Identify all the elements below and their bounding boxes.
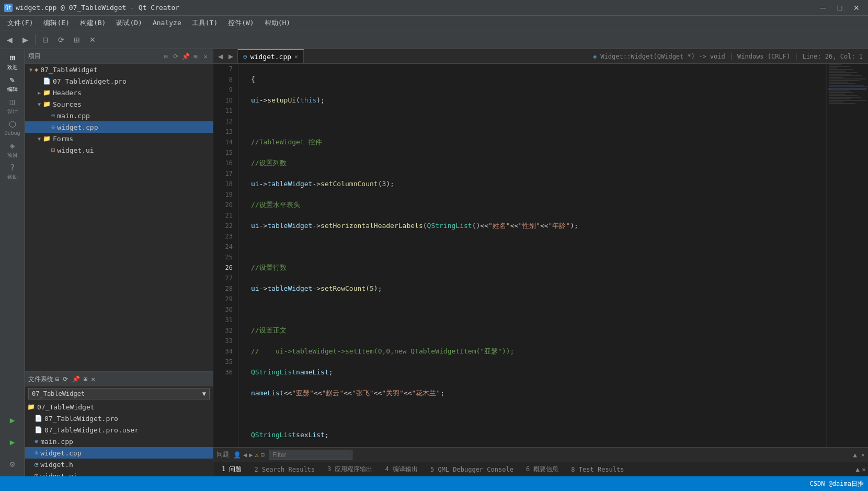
ln-25: 25 bbox=[215, 252, 236, 262]
menu-analyze[interactable]: Analyze bbox=[147, 17, 187, 29]
maximize-button[interactable]: □ bbox=[832, 3, 847, 13]
tb-nav-forward[interactable]: ▶ bbox=[18, 32, 32, 47]
tree-item-pro[interactable]: 📄 07_TableWidget.pro bbox=[25, 75, 213, 87]
mini-line bbox=[829, 72, 858, 73]
btab-compile[interactable]: 4 编译输出 bbox=[379, 463, 424, 476]
act-build-run[interactable]: ▶ bbox=[2, 431, 23, 452]
tree-item-headers[interactable]: ▶ 📁 Headers bbox=[25, 87, 213, 98]
tab-close-button[interactable]: ✕ bbox=[294, 53, 298, 60]
btab-problems[interactable]: 1 问题 bbox=[215, 463, 248, 476]
tree-item-widget-cpp[interactable]: ⊕ widget.cpp bbox=[25, 121, 213, 133]
settings-icon: ⚙ bbox=[10, 459, 15, 469]
welcome-icon: ⊞ bbox=[10, 53, 15, 63]
tree-item-project[interactable]: ▼ ◈ 07_TableWidget bbox=[25, 64, 213, 75]
tb-close[interactable]: ✕ bbox=[85, 32, 100, 47]
tb-nav-back[interactable]: ◀ bbox=[2, 32, 17, 47]
act-help[interactable]: ? 帮助 bbox=[2, 161, 23, 182]
tb-sync[interactable]: ⟳ bbox=[54, 32, 68, 47]
nav-forward-button[interactable]: ▶ bbox=[226, 52, 235, 61]
ln-14: 14 bbox=[215, 137, 236, 147]
minimize-button[interactable]: ─ bbox=[816, 3, 830, 13]
tb-split[interactable]: ⊞ bbox=[70, 32, 84, 47]
toolbar-separator bbox=[35, 35, 36, 45]
filter2-icon[interactable]: ⊟ bbox=[55, 375, 59, 383]
mini-line bbox=[829, 69, 853, 70]
body-area: ⊞ 欢迎 ✎ 编辑 ◫ 设计 ⬡ Debug ◈ 项目 ? 帮助 bbox=[0, 49, 868, 476]
nav-next-icon[interactable]: ▶ bbox=[249, 451, 253, 459]
fs-item-pro[interactable]: 📄 07_TableWidget.pro bbox=[25, 413, 213, 424]
fs-prouser-icon: 📄 bbox=[35, 426, 42, 433]
split2-icon[interactable]: ⊞ bbox=[84, 375, 87, 383]
ln-35: 35 bbox=[215, 357, 236, 367]
close-panel-icon[interactable]: ✕ bbox=[201, 52, 210, 61]
ln-24: 24 bbox=[215, 242, 236, 252]
app-window: Qt widget.cpp @ 07_TableWidget - Qt Crea… bbox=[0, 0, 868, 491]
sync-icon[interactable]: ⟳ bbox=[172, 52, 180, 61]
code-line-9 bbox=[243, 116, 822, 127]
fs-item-main-cpp[interactable]: ⊕ main.cpp bbox=[25, 436, 213, 447]
fs-item-pro-user[interactable]: 📄 07_TableWidget.pro.user bbox=[25, 424, 213, 436]
tb-filter[interactable]: ⊟ bbox=[38, 32, 53, 47]
menu-help[interactable]: 帮助(H) bbox=[259, 16, 295, 30]
fs-widgetui-icon: ⊡ bbox=[35, 472, 38, 476]
tab-label: widget.cpp bbox=[250, 53, 291, 61]
tree-item-forms[interactable]: ▼ 📁 Forms bbox=[25, 133, 213, 144]
btab-test[interactable]: 8 Test Results bbox=[565, 464, 630, 475]
sync2-icon[interactable]: ⟳ bbox=[63, 375, 68, 383]
window-controls: ─ □ ✕ bbox=[816, 3, 864, 13]
project-icon: ◈ bbox=[35, 66, 38, 73]
tree-item-widget-ui[interactable]: ⊡ widget.ui bbox=[25, 144, 213, 156]
split-icon[interactable]: ⊞ bbox=[191, 52, 200, 61]
menu-tools[interactable]: 工具(T) bbox=[187, 16, 223, 30]
close2-icon[interactable]: ✕ bbox=[91, 375, 95, 383]
filter-icon2: ⊟ bbox=[261, 451, 265, 459]
menu-debug[interactable]: 调试(D) bbox=[111, 16, 147, 30]
code-line-16: //设置行数 bbox=[243, 262, 822, 273]
tab-widget-cpp[interactable]: ⊕ widget.cpp ✕ bbox=[238, 49, 304, 63]
menu-edit[interactable]: 编辑(E) bbox=[38, 16, 74, 30]
problems-icons: 👤 ◀ ▶ ⚠ ⊟ bbox=[233, 451, 265, 459]
tree-item-main-cpp[interactable]: ⊕ main.cpp bbox=[25, 110, 213, 121]
btab-search[interactable]: 2 Search Results bbox=[248, 464, 321, 475]
code-content[interactable]: { ui->setupUi(this); //TableWidget 控件 //… bbox=[238, 64, 826, 447]
menu-build[interactable]: 构建(B) bbox=[75, 16, 111, 30]
fs-item-widget-cpp[interactable]: ⊕ widget.cpp bbox=[25, 447, 213, 459]
filesystem-dropdown[interactable]: 07_TableWidget ▼ bbox=[28, 388, 210, 399]
btab-collapse-icon[interactable]: ▲ bbox=[855, 465, 860, 473]
ln-34: 34 bbox=[215, 346, 236, 357]
act-welcome[interactable]: ⊞ 欢迎 bbox=[2, 51, 23, 72]
act-design[interactable]: ◫ 设计 bbox=[2, 95, 23, 116]
filter-icon[interactable]: ⊟ bbox=[162, 52, 170, 61]
close-button[interactable]: ✕ bbox=[849, 3, 864, 13]
nav-prev-icon[interactable]: ◀ bbox=[243, 451, 247, 459]
sources-label: Sources bbox=[53, 100, 82, 108]
filter-input[interactable] bbox=[269, 450, 352, 460]
widget-cpp-icon: ⊕ bbox=[51, 123, 55, 131]
mini-line bbox=[829, 100, 866, 101]
pin-icon[interactable]: 📌 bbox=[181, 52, 190, 61]
act-project[interactable]: ◈ 项目 bbox=[2, 139, 23, 160]
expand-icon[interactable]: ✕ bbox=[861, 451, 865, 459]
act-debug[interactable]: ⬡ Debug bbox=[2, 117, 23, 138]
btab-summary[interactable]: 6 概要信息 bbox=[520, 463, 565, 476]
menu-file[interactable]: 文件(F) bbox=[2, 16, 38, 30]
fs-item-widget-h[interactable]: ◷ widget.h bbox=[25, 459, 213, 470]
sidebar-top-title: 项目 bbox=[28, 52, 159, 61]
fs-item-widget-ui[interactable]: ⊡ widget.ui bbox=[25, 470, 213, 476]
act-run[interactable]: ▶ bbox=[2, 409, 23, 430]
collapse-icon[interactable]: ▲ bbox=[853, 451, 857, 459]
btab-expand-icon[interactable]: ✕ bbox=[862, 465, 866, 473]
pin2-icon[interactable]: 📌 bbox=[72, 375, 80, 383]
tree-item-sources[interactable]: ▼ 📁 Sources bbox=[25, 98, 213, 110]
mini-line bbox=[829, 97, 862, 98]
sidebar-bottom-icons: ⊟ ⟳ 📌 ⊞ ✕ bbox=[55, 375, 95, 383]
btab-app-out[interactable]: 3 应用程序输出 bbox=[321, 463, 379, 476]
menu-controls[interactable]: 控件(W) bbox=[223, 16, 259, 30]
ln-28: 28 bbox=[215, 283, 236, 294]
nav-back-button[interactable]: ◀ bbox=[215, 52, 225, 61]
code-line-14: ui->tableWidget->setHorizontalHeaderLabe… bbox=[243, 221, 822, 231]
btab-qml[interactable]: 5 QML Debugger Console bbox=[424, 464, 520, 475]
fs-item-dir[interactable]: 📁 07_TableWidget bbox=[25, 401, 213, 413]
act-settings[interactable]: ⚙ bbox=[2, 453, 23, 474]
act-edit[interactable]: ✎ 编辑 bbox=[2, 73, 23, 94]
